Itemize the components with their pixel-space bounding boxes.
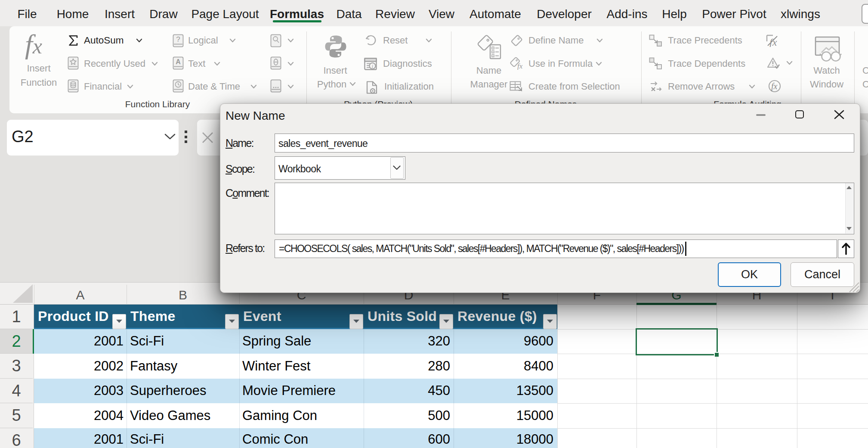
svg-text:fx: fx <box>771 81 778 91</box>
svg-text:fx: fx <box>769 37 777 47</box>
svg-text:fx: fx <box>517 62 523 70</box>
svg-text:A: A <box>176 58 181 65</box>
svg-text:i: i <box>372 63 373 69</box>
svg-text:?: ? <box>176 35 180 44</box>
